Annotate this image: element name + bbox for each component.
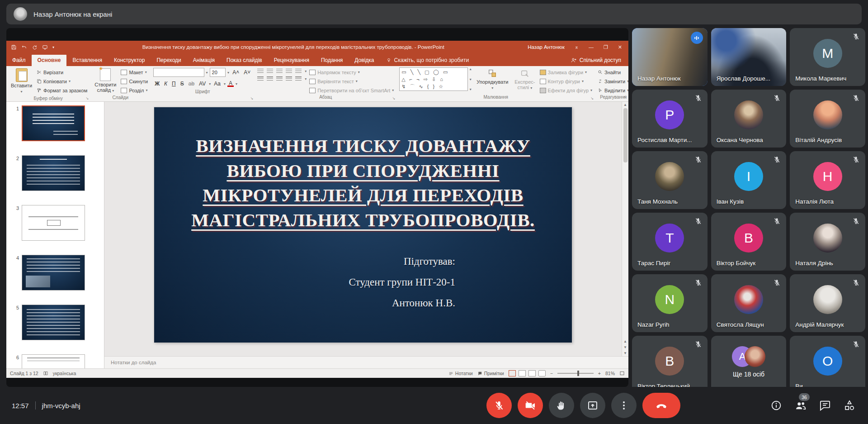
more-options-button[interactable] xyxy=(611,393,637,418)
camera-toggle-button[interactable] xyxy=(518,393,543,418)
accessibility-icon[interactable] xyxy=(43,371,48,376)
participant-tile-nazar-pyrih[interactable]: NNazar Pyrih xyxy=(632,274,708,332)
numbering-icon[interactable] xyxy=(267,69,273,74)
smartart-button[interactable]: Перетворити на об'єкт SmartArt ▾ xyxy=(309,86,394,94)
new-slide-button[interactable]: Створитислайд ▾ xyxy=(93,67,118,95)
align-right-icon[interactable] xyxy=(276,76,283,81)
format-painter-button[interactable]: Формат за зразком xyxy=(37,86,87,94)
align-text-button[interactable]: Вирівняти текст ▾ xyxy=(309,77,394,85)
redo-button[interactable] xyxy=(32,44,38,50)
comments-toggle[interactable]: Примітки xyxy=(477,371,504,376)
zoom-slider[interactable] xyxy=(557,373,594,374)
undo-button[interactable] xyxy=(21,44,27,50)
zoom-in-button[interactable]: + xyxy=(598,371,601,376)
slideshow-view-button[interactable] xyxy=(538,370,546,376)
bold-button[interactable]: Ж xyxy=(153,81,161,87)
increase-indent-icon[interactable] xyxy=(286,69,292,74)
shrink-font-button[interactable]: А˅ xyxy=(242,69,252,76)
scroll-down-arrow[interactable]: ▼ xyxy=(623,351,627,355)
save-button[interactable] xyxy=(11,44,17,50)
participant-tile-you[interactable]: ОВи xyxy=(790,336,865,387)
copy-button[interactable]: Копіювати ▾ xyxy=(37,77,87,85)
ribbon-tab-7[interactable]: Показ слайдів xyxy=(221,55,268,66)
zoom-slider-thumb[interactable] xyxy=(577,371,579,376)
font-dialog-launcher[interactable]: ↘ xyxy=(250,96,253,100)
slide-thumbnail-panel[interactable]: 123456 xyxy=(6,102,104,368)
ribbon-tab-10[interactable]: Довідка xyxy=(349,55,380,66)
character-spacing-button[interactable]: AV xyxy=(198,81,207,87)
participant-tile-oksana-chernova[interactable]: Оксана Чернова xyxy=(711,90,787,148)
account-name[interactable]: Назар Антонюк xyxy=(528,44,564,50)
normal-view-button[interactable] xyxy=(509,370,516,376)
arrange-button[interactable]: Упорядкувати▾ xyxy=(475,67,510,92)
participant-tile-viktor-boichuk[interactable]: ВВіктор Бойчук xyxy=(711,213,787,271)
strikethrough-button[interactable]: S xyxy=(179,81,185,87)
replace-button[interactable]: Замінити ▾ xyxy=(598,77,628,85)
columns-icon[interactable] xyxy=(295,76,302,81)
shape-outline-button[interactable]: Контур фігури ▾ xyxy=(540,77,593,85)
layout-button[interactable]: Макет ▾ xyxy=(121,68,148,76)
grow-font-button[interactable]: А˄ xyxy=(231,69,241,76)
fit-to-window-icon[interactable] xyxy=(619,371,625,376)
present-button[interactable] xyxy=(580,393,605,418)
notes-pane[interactable]: Нотатки до слайда xyxy=(104,356,628,368)
ribbon-tab-6[interactable]: Анімація xyxy=(187,55,221,66)
align-center-icon[interactable] xyxy=(267,76,273,81)
participants-button[interactable]: 36 xyxy=(795,400,807,411)
collapse-ribbon-button[interactable]: ˄ xyxy=(623,95,626,100)
participant-tile-tania-mokhnal[interactable]: Таня Мохналь xyxy=(632,151,708,209)
shapes-gallery[interactable]: ▭ ╲ ╲ ▢ ◯ ▭ △ ⌐ ¬ ⇨ ⇩ ⌂ ↯ ⌒ ∿ { } ☆ xyxy=(399,67,468,91)
bullets-icon[interactable] xyxy=(257,69,264,74)
clipboard-dialog-launcher[interactable]: ↘ xyxy=(86,96,89,100)
font-color-button[interactable]: А xyxy=(227,81,234,87)
notes-toggle[interactable]: Нотатки xyxy=(448,371,473,376)
ribbon-tab-2[interactable]: Основне xyxy=(32,55,67,66)
cut-button[interactable]: Вирізати xyxy=(37,68,87,76)
find-button[interactable]: Знайти xyxy=(598,68,628,76)
next-slide-button[interactable]: ▼ xyxy=(623,345,627,349)
participant-tile-nazar-antoniuk[interactable]: Назар Антонюк xyxy=(632,28,708,86)
ribbon-display-options-button[interactable]: ⌅ xyxy=(575,44,579,50)
close-button[interactable]: ✕ xyxy=(618,44,622,50)
scrollbar-thumb[interactable] xyxy=(623,108,627,162)
drawing-dialog-launcher[interactable]: ↘ xyxy=(590,96,594,100)
ribbon-tab-4[interactable]: Конструктор xyxy=(108,55,151,66)
justify-icon[interactable] xyxy=(286,76,292,81)
minimize-button[interactable]: — xyxy=(589,44,594,50)
reset-button[interactable]: Скинути xyxy=(121,77,148,85)
participant-tile-vitalii-andrusiv[interactable]: Віталій Андрусів xyxy=(790,90,865,148)
activities-button[interactable] xyxy=(844,400,855,411)
slide-thumbnail-3[interactable]: 3 xyxy=(11,205,85,241)
scroll-up-arrow[interactable]: ▲ xyxy=(623,103,627,107)
ribbon-tab-5[interactable]: Переходи xyxy=(151,55,187,66)
ribbon-tab-3[interactable]: Вставлення xyxy=(66,55,108,66)
participant-tile-overflow[interactable]: АЩе 18 осіб xyxy=(711,336,787,387)
italic-button[interactable]: К xyxy=(163,81,169,87)
select-button[interactable]: Виділити ▾ xyxy=(598,86,628,94)
ribbon-tab-1[interactable]: Файл xyxy=(6,55,32,66)
align-left-icon[interactable] xyxy=(257,76,264,81)
slide-canvas-area[interactable]: ВИЗНАЧЕННЯ ТИСКУ ДОВАНТАЖУВИБОЮ ПРИ СПОР… xyxy=(104,102,628,356)
slide-1-canvas[interactable]: ВИЗНАЧЕННЯ ТИСКУ ДОВАНТАЖУВИБОЮ ПРИ СПОР… xyxy=(154,107,572,343)
slide-thumbnail-6[interactable]: 6 xyxy=(11,354,85,368)
reading-view-button[interactable] xyxy=(528,370,536,376)
slide-thumbnail-1[interactable]: 1 xyxy=(11,105,85,141)
shape-effects-button[interactable]: Ефекти для фігур ▾ xyxy=(540,86,593,94)
chat-button[interactable] xyxy=(819,400,831,411)
raise-hand-button[interactable] xyxy=(549,393,574,418)
shapes-gallery-scroll[interactable]: ▲▼▼ xyxy=(468,67,472,91)
participant-tile-ivan-kuziv[interactable]: ІІван Кузів xyxy=(711,151,787,209)
text-direction-button[interactable]: Напрямок тексту ▾ xyxy=(309,68,394,76)
quick-styles-button[interactable]: Експрес-стилі ▾ xyxy=(513,67,537,92)
decrease-indent-icon[interactable] xyxy=(276,69,283,74)
line-spacing-icon[interactable] xyxy=(295,69,302,74)
customize-qat-button[interactable]: ▾ xyxy=(52,45,54,49)
participant-tile-natalia-drin[interactable]: Наталя Дрінь xyxy=(790,213,865,271)
text-shadow-button[interactable]: ab xyxy=(187,81,196,87)
font-size-input[interactable]: 20 xyxy=(210,68,226,77)
leave-call-button[interactable] xyxy=(642,393,680,418)
zoom-level[interactable]: 81% xyxy=(605,371,615,376)
slide-sorter-view-button[interactable] xyxy=(519,370,526,376)
vertical-scrollbar[interactable]: ▲ ▲ ▼ ▼ xyxy=(622,102,628,356)
participant-tile-nataliia-liuta[interactable]: ННаталія Люта xyxy=(790,151,865,209)
